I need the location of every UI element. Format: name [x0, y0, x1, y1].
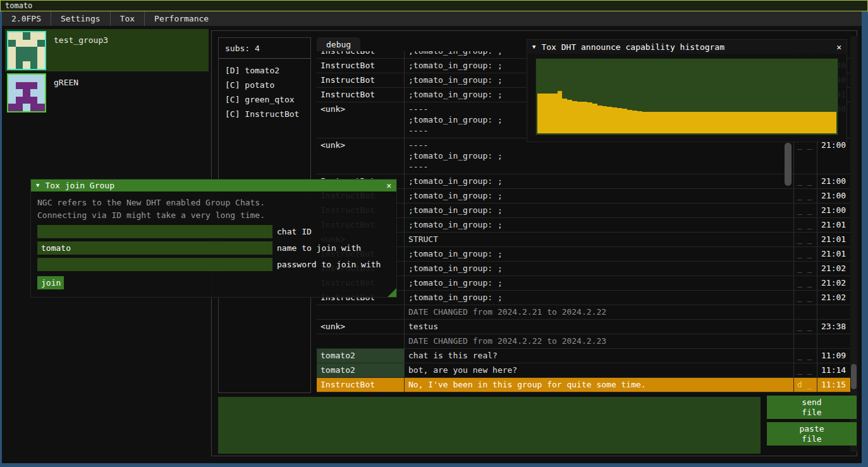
- message-log-scrollbar[interactable]: [785, 143, 792, 186]
- date-changed-row[interactable]: DATE CHANGED from 2024.2.22 to 2024.2.23: [317, 334, 851, 349]
- message-flags: [794, 305, 817, 319]
- message-time: [817, 334, 851, 348]
- histogram-bar: [567, 100, 572, 133]
- histogram-bar: [542, 94, 547, 133]
- histogram-bar: [602, 106, 608, 133]
- histogram-bar: [787, 112, 792, 133]
- message-row[interactable]: tomato2bot, are you new here?_ _11:14: [317, 363, 851, 378]
- separator: [219, 58, 310, 59]
- join-name-row: name to join with: [37, 241, 390, 255]
- sender-name: InstructBot: [317, 59, 405, 73]
- subs-member-tomato2[interactable]: [D] tomato2: [219, 63, 310, 78]
- message-flags: _ _: [794, 247, 817, 261]
- message-row[interactable]: <unk>----;tomato_in_group: ;----_ _21:00: [317, 138, 851, 174]
- room-item-test_group3[interactable]: test_group3: [5, 29, 209, 71]
- sender-name: tomato2: [317, 349, 405, 363]
- histogram-bar: [792, 112, 797, 133]
- join-description-line2: Connecting via ID might take a very long…: [37, 209, 390, 222]
- join-group-window: ▼ Tox join Group ✕ NGC refers to the New…: [30, 179, 397, 298]
- histogram-bar: [782, 112, 787, 133]
- join-window-titlebar[interactable]: ▼ Tox join Group ✕: [31, 179, 396, 191]
- subs-member-green_qtox[interactable]: [C] green_qtox: [219, 92, 310, 107]
- paste-file-button[interactable]: paste file: [767, 422, 857, 446]
- message-flags: _ _: [794, 233, 817, 246]
- histogram-bar: [767, 112, 772, 133]
- collapse-icon[interactable]: ▼: [36, 180, 39, 191]
- menu-tox[interactable]: Tox: [111, 11, 144, 26]
- sender-name: <unk>: [317, 102, 405, 138]
- sender-name: InstructBot: [317, 73, 405, 87]
- histogram-bar: [677, 112, 682, 133]
- room-name: test_group3: [54, 35, 108, 71]
- histogram-bars: [537, 59, 836, 133]
- window-border-right: [862, 11, 868, 467]
- message-row[interactable]: InstructBotNo, I've been in this group f…: [317, 378, 851, 392]
- message-flags: _ _: [794, 138, 817, 174]
- resize-grip[interactable]: [388, 288, 396, 297]
- window-border-left: [0, 11, 2, 467]
- chat-scrollbar-thumb[interactable]: [851, 364, 857, 389]
- message-flags: _ _: [794, 320, 817, 334]
- close-icon[interactable]: ✕: [836, 42, 841, 52]
- histogram-bar: [547, 94, 553, 133]
- histogram-bar: [672, 112, 677, 133]
- close-icon[interactable]: ✕: [386, 180, 391, 191]
- histogram-bar: [592, 104, 597, 133]
- histogram-bar: [582, 102, 587, 133]
- join-password-row: password to join with: [37, 258, 390, 271]
- join-description: NGC refers to the New DHT enabled Group …: [37, 197, 390, 222]
- chat-scrollbar[interactable]: [850, 36, 857, 452]
- histogram-bar: [827, 112, 832, 133]
- histogram-bar: [647, 112, 652, 133]
- histogram-bar: [832, 112, 837, 133]
- room-item-gREEN[interactable]: gREEN: [5, 71, 209, 112]
- histogram-bar: [802, 112, 807, 133]
- message-row[interactable]: <unk>testus_ _23:38: [317, 320, 851, 334]
- subs-member-InstructBot[interactable]: [C] InstructBot: [219, 107, 310, 121]
- wm-titlebar[interactable]: tomato: [0, 0, 868, 11]
- sender-name: tomato2: [317, 363, 405, 377]
- histogram-bar: [667, 112, 672, 133]
- menu-performance[interactable]: Performance: [145, 11, 218, 26]
- message-text: DATE CHANGED from 2024.2.21 to 2024.2.22: [405, 305, 794, 319]
- join-name-field[interactable]: [37, 241, 272, 255]
- message-row[interactable]: tomato2chat is this real?_ _11:09: [317, 349, 851, 363]
- message-time: 11:09: [817, 349, 851, 363]
- message-time: 11:15: [817, 378, 851, 392]
- message-time: 21:01: [817, 247, 851, 261]
- histogram-window-titlebar[interactable]: ▼ Tox DHT announce capability histogram …: [527, 40, 847, 54]
- date-changed-row[interactable]: DATE CHANGED from 2024.2.21 to 2024.2.22: [317, 305, 851, 320]
- histogram-bar: [717, 112, 722, 133]
- fps-indicator: 2.0FPS: [2, 11, 51, 26]
- histogram-bar: [627, 110, 632, 133]
- chat-id-label: chat ID: [277, 226, 312, 237]
- collapse-icon[interactable]: ▼: [532, 42, 535, 52]
- join-button[interactable]: join: [37, 276, 64, 289]
- join-password-field[interactable]: [37, 258, 272, 271]
- histogram-plot: [535, 58, 838, 135]
- histogram-bar: [587, 102, 592, 133]
- histogram-bar: [747, 112, 752, 133]
- subs-member-list: [D] tomato2[C] potato[C] green_qtox[C] I…: [219, 63, 310, 121]
- message-flags: _ _: [794, 291, 817, 305]
- message-text: ;tomato_in_group: ;: [405, 189, 794, 203]
- chat-id-field[interactable]: [37, 225, 272, 238]
- histogram-window: ▼ Tox DHT announce capability histogram …: [527, 39, 847, 142]
- message-flags: _ _: [794, 349, 817, 363]
- menu-settings[interactable]: Settings: [51, 11, 110, 26]
- histogram-bar: [822, 112, 827, 133]
- message-time: 21:02: [817, 291, 851, 305]
- message-time: 21:00: [817, 189, 851, 203]
- message-flags: _ _: [794, 276, 817, 290]
- message-input[interactable]: [218, 397, 761, 454]
- send-file-button[interactable]: send file: [767, 396, 857, 419]
- message-time: 23:38: [817, 320, 851, 334]
- message-time: 11:14: [817, 363, 851, 377]
- subs-member-potato[interactable]: [C] potato: [219, 78, 310, 92]
- tab-debug[interactable]: debug: [317, 37, 360, 51]
- histogram-bar: [807, 112, 812, 133]
- message-text: ;tomato_in_group: ;: [405, 218, 794, 232]
- histogram-bar: [762, 112, 767, 133]
- histogram-bar: [642, 112, 647, 133]
- histogram-bar: [558, 91, 563, 133]
